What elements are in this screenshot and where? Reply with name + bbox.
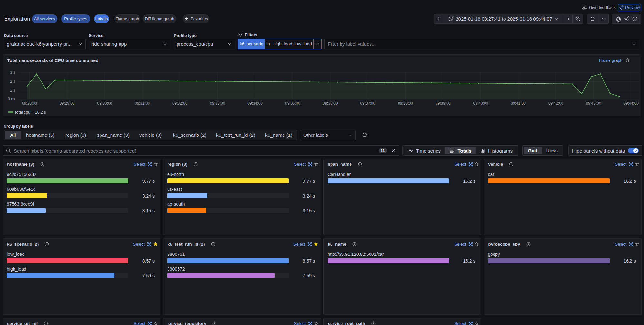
svg-text:09:33:00: 09:33:00 [210,101,225,106]
svg-text:3 s: 3 s [10,70,15,75]
svg-text:09:37:00: 09:37:00 [360,101,375,106]
svg-text:total cpu = 16.2 s: total cpu = 16.2 s [15,110,46,115]
svg-text:09:43:00: 09:43:00 [586,101,601,106]
svg-text:09:28:00: 09:28:00 [22,101,37,106]
svg-text:09:35:00: 09:35:00 [285,101,300,106]
svg-text:1 s: 1 s [10,88,15,93]
svg-text:09:40:00: 09:40:00 [473,101,488,106]
svg-text:09:31:00: 09:31:00 [135,101,150,106]
svg-text:0 ns: 0 ns [8,97,15,101]
svg-text:09:30:00: 09:30:00 [97,101,112,106]
svg-text:09:41:00: 09:41:00 [511,101,526,106]
svg-text:09:32:00: 09:32:00 [172,101,187,106]
svg-text:09:44:00: 09:44:00 [623,101,639,106]
svg-text:09:39:00: 09:39:00 [436,101,451,106]
svg-text:09:36:00: 09:36:00 [323,101,338,106]
svg-text:09:34:00: 09:34:00 [247,101,263,106]
svg-text:09:29:00: 09:29:00 [60,101,75,106]
svg-text:2 s: 2 s [10,79,15,84]
svg-text:09:42:00: 09:42:00 [548,101,563,106]
svg-text:09:38:00: 09:38:00 [398,101,413,106]
